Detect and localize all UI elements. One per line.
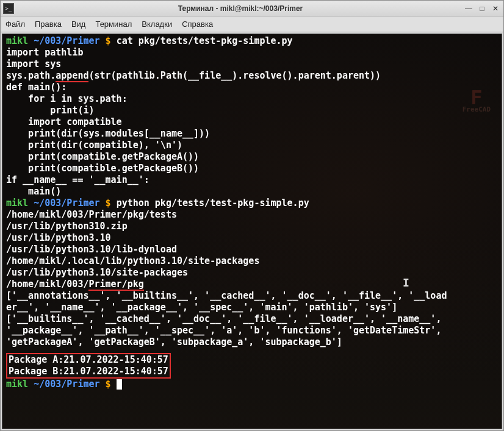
- close-button[interactable]: ✕: [490, 3, 501, 14]
- source-line: import sys: [6, 59, 498, 70]
- source-line: sys.path.append(str(pathlib.Path(__file_…: [6, 70, 498, 82]
- source-line: def main():: [6, 82, 498, 93]
- output-line: ['__builtins__', '__cached__', '__doc__'…: [6, 313, 498, 325]
- source-line: import compatible: [6, 116, 498, 128]
- source-line: for i in sys.path:: [6, 93, 498, 105]
- prompt-dollar: $: [100, 35, 117, 46]
- output-line: /home/mikl/003/Primer/pkg/tests: [6, 209, 498, 221]
- menu-edit[interactable]: Правка: [35, 20, 62, 29]
- prompt-dollar: $: [100, 379, 117, 390]
- menu-file[interactable]: Файл: [5, 20, 25, 29]
- source-line: main(): [6, 186, 498, 198]
- source-line: print(dir(sys.modules[__name__])): [6, 128, 498, 140]
- source-line: print(dir(compatible), '\n'): [6, 140, 498, 151]
- menu-terminal[interactable]: Терминал: [95, 20, 132, 29]
- menu-tabs[interactable]: Вкладки: [142, 20, 172, 29]
- window-controls: — □ ✕: [463, 3, 501, 14]
- block-cursor: [117, 379, 122, 390]
- prompt-path: ~/003/Primer: [34, 379, 99, 390]
- output-line: er__', '__name__', '__package__', '__spe…: [6, 302, 498, 313]
- highlight-underline: append: [56, 70, 88, 82]
- titlebar[interactable]: >_ Терминал - mikl@mikl:~/003/Primer — □…: [1, 1, 503, 16]
- output-line: '__package__', '__path__', '__spec__', '…: [6, 325, 498, 337]
- maximize-button[interactable]: □: [477, 3, 488, 14]
- prompt-dollar: $: [100, 198, 117, 208]
- source-line: import pathlib: [6, 47, 498, 59]
- prompt-user: mikl: [6, 35, 34, 46]
- highlight-box: Package A:21.07.2022-15:40:57 Package B:…: [6, 353, 171, 379]
- source-line: print(compatible.getPackageB()): [6, 163, 498, 174]
- output-line: /usr/lib/python3.10: [6, 232, 498, 244]
- highlight-underline: Primer/pkg: [88, 279, 143, 291]
- prompt-path: ~/003/Primer: [34, 35, 99, 46]
- app-icon: >_: [3, 3, 14, 14]
- output-line: /usr/lib/python3.10/site-packages: [6, 267, 498, 279]
- terminal-window: >_ Терминал - mikl@mikl:~/003/Primer — □…: [0, 0, 504, 431]
- prompt-user: mikl: [6, 198, 34, 208]
- output-line: 'getPackageA', 'getPackageB', 'subpackag…: [6, 337, 498, 348]
- minimize-button[interactable]: —: [463, 3, 474, 14]
- window-title: Терминал - mikl@mikl:~/003/Primer: [18, 4, 463, 13]
- output-line: ['__annotations__', '__builtins__', '__c…: [6, 290, 498, 302]
- menu-help[interactable]: Справка: [182, 20, 213, 29]
- command-text: python pkg/tests/test-pkg-simple.py: [117, 198, 309, 208]
- output-line: /home/mikl/003/Primer/pkg: [6, 279, 498, 290]
- output-line: Package A:21.07.2022-15:40:57: [9, 354, 168, 366]
- output-line: /home/mikl/.local/lib/python3.10/site-pa…: [6, 255, 498, 267]
- output-line: /usr/lib/python3.10/lib-dynload: [6, 244, 498, 255]
- prompt-user: mikl: [6, 379, 34, 390]
- menu-view[interactable]: Вид: [71, 20, 86, 29]
- terminal-output[interactable]: F FreeCAD I mikl ~/003/Primer $ cat pkg/…: [2, 34, 502, 429]
- prompt-path: ~/003/Primer: [34, 198, 99, 208]
- menubar: Файл Правка Вид Терминал Вкладки Справка: [1, 16, 503, 32]
- command-text: cat pkg/tests/test-pkg-simple.py: [117, 35, 293, 46]
- output-line: /usr/lib/python310.zip: [6, 221, 498, 232]
- source-line: print(compatible.getPackageA()): [6, 151, 498, 163]
- source-line: print(i): [6, 105, 498, 116]
- source-line: if __name__ == '__main__':: [6, 174, 498, 186]
- output-line: Package B:21.07.2022-15:40:57: [9, 366, 168, 377]
